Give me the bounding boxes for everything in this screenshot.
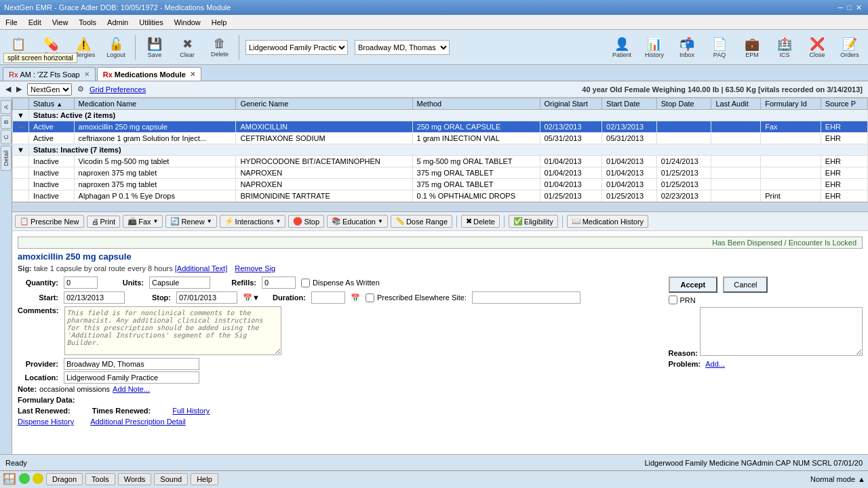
comments-textarea[interactable] bbox=[64, 306, 281, 355]
stop-input[interactable] bbox=[176, 291, 237, 304]
interactions-dropdown-arrow[interactable]: ▼ bbox=[275, 218, 281, 224]
menu-admin[interactable]: Admin bbox=[102, 17, 134, 28]
location-input[interactable] bbox=[64, 371, 199, 384]
col-generic-name[interactable]: Generic Name bbox=[236, 98, 412, 110]
menu-edit[interactable]: Edit bbox=[23, 17, 47, 28]
paq-button[interactable]: 📄 PAQ bbox=[704, 32, 735, 63]
fax-button[interactable]: 📠 Fax ▼ bbox=[123, 215, 163, 228]
refills-input[interactable] bbox=[262, 277, 296, 289]
history-button[interactable]: 📊 History bbox=[639, 32, 670, 63]
taskbar-start-icon[interactable]: 🪟 bbox=[3, 472, 16, 485]
close-button[interactable]: ❌ Close bbox=[802, 32, 833, 63]
horizontal-scrollbar[interactable] bbox=[12, 202, 868, 211]
duration-input[interactable] bbox=[311, 291, 345, 304]
menu-help[interactable]: Help bbox=[206, 17, 233, 28]
inbox-button[interactable]: 📬 Inbox bbox=[671, 32, 703, 63]
col-method[interactable]: Method bbox=[412, 98, 540, 110]
delete-button[interactable]: 🗑 Delete bbox=[204, 32, 235, 63]
add-note-link[interactable]: Add Note... bbox=[113, 385, 150, 393]
col-medication-name[interactable]: Medication Name bbox=[74, 98, 236, 110]
dispense-as-written-checkbox[interactable] bbox=[301, 279, 310, 287]
practice-select[interactable]: Lidgerwood Family Practic bbox=[245, 40, 348, 55]
additional-detail-link[interactable]: Additional Prescription Detail bbox=[90, 418, 186, 426]
inactive-expand[interactable]: ▼ bbox=[13, 144, 29, 156]
interactions-button[interactable]: ⚡ Interactions ▼ bbox=[220, 215, 286, 228]
epm-button[interactable]: 💼 EPM bbox=[736, 32, 768, 63]
education-dropdown-arrow[interactable]: ▼ bbox=[378, 218, 383, 224]
cancel-button[interactable]: Cancel bbox=[723, 277, 768, 293]
clear-button[interactable]: ✖ Clear bbox=[172, 32, 203, 63]
col-original-start[interactable]: Original Start bbox=[540, 98, 602, 110]
remove-sig-link[interactable]: Remove Sig bbox=[235, 264, 275, 272]
scrollbar-thumb[interactable] bbox=[12, 203, 868, 211]
patient-button[interactable]: 👤 Patient bbox=[606, 32, 637, 63]
grid-preferences-btn[interactable]: Grid Preferences bbox=[90, 85, 146, 94]
col-formulary-id[interactable]: Formulary Id bbox=[761, 98, 821, 110]
table-row[interactable]: Inactive naproxen 375 mg tablet NAPROXEN… bbox=[13, 167, 868, 179]
col-last-audit[interactable]: Last Audit bbox=[711, 98, 761, 110]
prn-checkbox[interactable] bbox=[669, 296, 677, 304]
dispense-history-link[interactable]: Dispense History bbox=[18, 418, 74, 426]
start-input[interactable] bbox=[64, 291, 125, 304]
eligibility-button[interactable]: ✅ Eligibility bbox=[509, 215, 558, 228]
quantity-input[interactable] bbox=[64, 277, 98, 289]
menu-tools[interactable]: Tools bbox=[73, 17, 102, 28]
full-history-link[interactable]: Full History bbox=[172, 407, 210, 415]
dragon-button[interactable]: Dragon bbox=[46, 473, 83, 485]
prescribed-elsewhere-site-input[interactable] bbox=[472, 291, 580, 304]
taskbar-expand-icon[interactable]: ▲ bbox=[858, 475, 865, 483]
left-tab-3[interactable]: C bbox=[1, 130, 12, 144]
renew-button[interactable]: 🔄 Renew ▼ bbox=[165, 215, 216, 228]
stop-button[interactable]: 🛑 Stop bbox=[288, 215, 324, 228]
logout-button[interactable]: 🔓 Logout bbox=[100, 32, 132, 63]
window-close[interactable]: ✕ bbox=[856, 3, 862, 12]
print-button[interactable]: 🖨 Print bbox=[87, 216, 121, 228]
additional-text-link[interactable]: [Additional Text] bbox=[175, 264, 227, 272]
nav-forward[interactable]: ▶ bbox=[16, 85, 22, 94]
menu-file[interactable]: File bbox=[0, 17, 23, 28]
table-row[interactable]: Inactive Vicodin 5 mg-500 mg tablet HYDR… bbox=[13, 156, 868, 167]
tools-button[interactable]: Tools bbox=[85, 473, 115, 485]
words-button[interactable]: Words bbox=[118, 473, 152, 485]
table-row[interactable]: Inactive Alphagan P 0.1 % Eye Drops BRIM… bbox=[13, 190, 868, 202]
left-tab-detail[interactable]: Detail bbox=[1, 146, 12, 171]
col-source-p[interactable]: Source P bbox=[821, 98, 867, 110]
reason-textarea[interactable] bbox=[700, 307, 863, 356]
dose-range-button[interactable]: 📏 Dose Range bbox=[391, 215, 452, 228]
problem-add-link[interactable]: Add... bbox=[705, 360, 725, 368]
active-expand[interactable]: ▼ bbox=[13, 110, 29, 121]
window-max[interactable]: □ bbox=[847, 3, 852, 12]
left-tab-1[interactable]: A bbox=[1, 100, 12, 114]
delete-action-button[interactable]: ✖ Delete bbox=[461, 215, 500, 228]
provider-select[interactable]: Broadway MD, Thomas bbox=[355, 40, 450, 55]
table-row[interactable]: Inactive naproxen 375 mg tablet NAPROXEN… bbox=[13, 179, 868, 190]
tab-medications[interactable]: Rx Medications Module ✕ bbox=[97, 67, 201, 81]
prescribe-new-button[interactable]: 📋 Prescribe New bbox=[15, 215, 84, 228]
accept-button[interactable]: Accept bbox=[669, 277, 718, 293]
window-min[interactable]: ─ bbox=[838, 3, 844, 12]
stop-calendar-icon[interactable]: 📅▼ bbox=[243, 293, 260, 302]
left-tab-2[interactable]: B bbox=[1, 115, 12, 129]
units-input[interactable] bbox=[149, 277, 210, 289]
help-button[interactable]: Help bbox=[191, 473, 218, 485]
orders-button[interactable]: 📝 Orders bbox=[834, 32, 865, 63]
col-start-date[interactable]: Start Date bbox=[602, 98, 657, 110]
nav-back[interactable]: ◀ bbox=[5, 85, 11, 94]
tab-soap[interactable]: Rx AM : 'ZZ Fts Soap ✕ split screen hori… bbox=[3, 67, 96, 81]
ics-button[interactable]: 🏥 ICS bbox=[769, 32, 800, 63]
menu-view[interactable]: View bbox=[47, 17, 74, 28]
tab-medications-close[interactable]: ✕ bbox=[190, 70, 195, 78]
col-stop-date[interactable]: Stop Date bbox=[656, 98, 711, 110]
menu-window[interactable]: Window bbox=[169, 17, 206, 28]
renew-dropdown-arrow[interactable]: ▼ bbox=[207, 218, 212, 224]
prescribed-elsewhere-checkbox[interactable] bbox=[366, 293, 374, 302]
sound-button[interactable]: Sound bbox=[154, 473, 188, 485]
tab-soap-close[interactable]: ✕ bbox=[84, 70, 90, 78]
save-button[interactable]: 💾 Save bbox=[139, 32, 170, 63]
fax-dropdown-arrow[interactable]: ▼ bbox=[153, 218, 159, 224]
nextgen-select[interactable]: NextGen bbox=[27, 83, 72, 96]
education-button[interactable]: 📚 Education ▼ bbox=[327, 215, 388, 228]
col-status[interactable]: Status ▲ bbox=[29, 98, 75, 110]
provider-input[interactable] bbox=[64, 358, 199, 370]
table-row[interactable]: → Active amoxicillin 250 mg capsule AMOX… bbox=[13, 121, 868, 133]
